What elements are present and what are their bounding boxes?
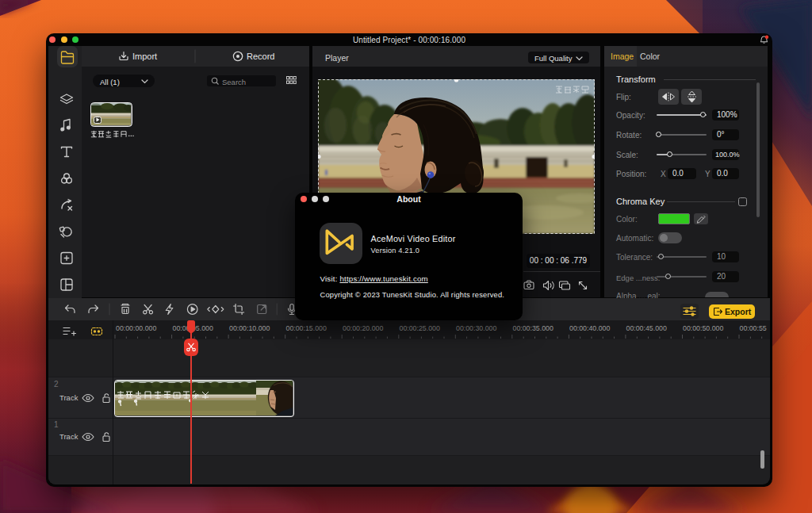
svg-text:00:00:15.000: 00:00:15.000	[286, 324, 327, 332]
svg-text:00:00:50.000: 00:00:50.000	[683, 324, 723, 332]
svg-text:00:00:10.000: 00:00:10.000	[229, 324, 270, 332]
svg-text:00:00:35.000: 00:00:35.000	[513, 324, 553, 332]
svg-text:Import: Import	[132, 52, 157, 61]
svg-text:00:00:25.000: 00:00:25.000	[400, 324, 440, 332]
svg-text:00:00:00.000: 00:00:00.000	[116, 324, 156, 332]
svg-text:00:00:30.000: 00:00:30.000	[456, 324, 496, 332]
svg-text:00:00:40.000: 00:00:40.000	[569, 324, 610, 332]
svg-text:00:00:45.000: 00:00:45.000	[626, 324, 667, 332]
svg-text:00:00:20.000: 00:00:20.000	[343, 324, 383, 332]
svg-text:00:00:55: 00:00:55	[740, 324, 767, 332]
svg-text:Record: Record	[247, 52, 274, 61]
